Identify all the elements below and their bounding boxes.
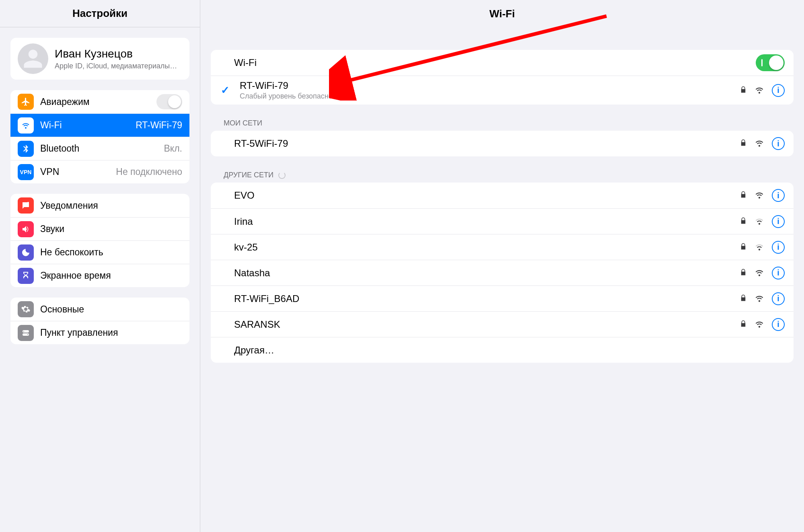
settings-sidebar: Настройки Иван Кузнецов Apple ID, iCloud…: [0, 0, 200, 532]
sounds-icon: [18, 221, 34, 237]
airplane-label: Авиарежим: [40, 97, 150, 107]
sounds-label: Звуки: [40, 224, 182, 234]
notifications-icon: [18, 197, 34, 214]
apple-id-subtitle: Apple ID, iCloud, медиаматериалы…: [55, 62, 177, 70]
wifi-signal-icon: [754, 191, 765, 200]
network-row[interactable]: SARANSKi: [211, 311, 794, 337]
network-name: EVO: [234, 190, 734, 201]
network-row[interactable]: Natashai: [211, 260, 794, 286]
bluetooth-label: Bluetooth: [40, 143, 158, 154]
wifi-signal-icon: [754, 320, 765, 329]
network-row[interactable]: Irinai: [211, 208, 794, 234]
vpn-icon: VPN: [18, 164, 34, 180]
wifi-toggle-row[interactable]: Wi-Fi: [211, 50, 794, 76]
other-networks-card: EVOiIrinaikv-25iNatashaiRT-WiFi_B6ADiSAR…: [211, 183, 794, 363]
info-icon[interactable]: i: [772, 318, 785, 331]
wifi-toggle[interactable]: [756, 54, 785, 71]
network-row[interactable]: RT-5WiFi-79i: [211, 131, 794, 156]
lock-icon: [740, 216, 747, 227]
network-row[interactable]: kv-25i: [211, 234, 794, 260]
control-center-label: Пункт управления: [40, 327, 182, 338]
sidebar-item-sounds[interactable]: Звуки: [10, 217, 189, 240]
wifi-signal-icon: [754, 294, 765, 304]
switches-icon: [18, 325, 34, 341]
airplane-toggle[interactable]: [156, 94, 182, 109]
lock-icon: [740, 242, 747, 253]
vpn-label: VPN: [40, 166, 109, 177]
network-name: SARANSK: [234, 319, 734, 330]
sidebar-group-general: Основные Пункт управления: [10, 298, 189, 344]
network-name: Natasha: [234, 267, 734, 279]
detail-header: Wi-Fi: [200, 0, 804, 27]
connected-network-row[interactable]: ✓ RT-WiFi-79 Слабый уровень безопасности…: [211, 76, 794, 105]
sidebar-group-notifications: Уведомления Звуки Не беспокоить Экранное…: [10, 194, 189, 287]
wifi-signal-icon: [754, 139, 765, 148]
moon-icon: [18, 244, 34, 261]
sidebar-title: Настройки: [72, 7, 127, 20]
info-icon[interactable]: i: [772, 241, 785, 254]
info-icon[interactable]: i: [772, 267, 785, 279]
network-name: RT-WiFi_B6AD: [234, 293, 734, 304]
connected-network-subtitle: Слабый уровень безопасности: [240, 92, 734, 101]
sidebar-item-dnd[interactable]: Не беспокоить: [10, 240, 189, 264]
sidebar-item-vpn[interactable]: VPN VPN Не подключено: [10, 160, 189, 183]
bluetooth-value: Вкл.: [164, 143, 182, 154]
spinner-icon: [278, 172, 286, 179]
sidebar-item-screentime[interactable]: Экранное время: [10, 264, 189, 287]
sidebar-item-notifications[interactable]: Уведомления: [10, 194, 189, 217]
wifi-icon: [18, 117, 34, 134]
sidebar-item-control-center[interactable]: Пункт управления: [10, 321, 189, 344]
notifications-label: Уведомления: [40, 200, 182, 211]
info-icon[interactable]: i: [772, 137, 785, 150]
gear-icon: [18, 301, 34, 317]
info-icon[interactable]: i: [772, 292, 785, 305]
network-name: kv-25: [234, 242, 734, 253]
network-row[interactable]: RT-WiFi_B6ADi: [211, 286, 794, 311]
wifi-toggle-label: Wi-Fi: [234, 57, 750, 68]
apple-id-card[interactable]: Иван Кузнецов Apple ID, iCloud, медиамат…: [10, 38, 189, 80]
info-icon[interactable]: i: [772, 189, 785, 202]
lock-icon: [740, 85, 747, 96]
lock-icon: [740, 138, 747, 149]
wifi-label: Wi-Fi: [40, 120, 129, 131]
wifi-signal-icon: [754, 242, 765, 252]
network-row[interactable]: EVOi: [211, 183, 794, 208]
sidebar-item-wifi[interactable]: Wi-Fi RT-WiFi-79: [10, 113, 189, 137]
wifi-signal-icon: [754, 86, 765, 95]
airplane-icon: [18, 94, 34, 110]
sidebar-item-airplane[interactable]: Авиарежим: [10, 90, 189, 113]
vpn-value: Не подключено: [116, 166, 182, 177]
hourglass-icon: [18, 268, 34, 284]
dnd-label: Не беспокоить: [40, 247, 182, 258]
screentime-label: Экранное время: [40, 270, 182, 281]
detail-title: Wi-Fi: [489, 8, 515, 20]
bluetooth-icon: [18, 141, 34, 157]
my-networks-header: МОИ СЕТИ: [224, 119, 787, 127]
network-name: Irina: [234, 216, 734, 227]
sidebar-item-general[interactable]: Основные: [10, 298, 189, 321]
wifi-main-card: Wi-Fi ✓ RT-WiFi-79 Слабый уровень безопа…: [211, 50, 794, 105]
lock-icon: [740, 319, 747, 330]
avatar-icon: [18, 43, 48, 74]
other-network-label: Другая…: [234, 345, 785, 356]
lock-icon: [740, 294, 747, 304]
connected-network-name: RT-WiFi-79: [240, 80, 734, 91]
lock-icon: [740, 190, 747, 201]
wifi-signal-icon: [754, 217, 765, 226]
network-name: RT-5WiFi-79: [234, 138, 734, 149]
lock-icon: [740, 268, 747, 278]
info-icon[interactable]: i: [772, 215, 785, 228]
other-network-row[interactable]: Другая…: [211, 337, 794, 363]
my-networks-card: RT-5WiFi-79i: [211, 131, 794, 156]
wifi-value: RT-WiFi-79: [136, 120, 182, 131]
other-networks-header: ДРУГИЕ СЕТИ: [224, 171, 787, 179]
wifi-detail-pane: Wi-Fi Wi-Fi ✓ RT-WiFi-79 Слабый уровень …: [200, 0, 804, 532]
apple-id-name: Иван Кузнецов: [55, 47, 177, 60]
info-icon[interactable]: i: [772, 84, 785, 97]
wifi-signal-icon: [754, 268, 765, 278]
sidebar-header: Настройки: [0, 0, 200, 27]
checkmark-icon: ✓: [218, 84, 232, 97]
sidebar-group-connectivity: Авиарежим Wi-Fi RT-WiFi-79 Bluetooth Вкл…: [10, 90, 189, 183]
general-label: Основные: [40, 304, 182, 315]
sidebar-item-bluetooth[interactable]: Bluetooth Вкл.: [10, 137, 189, 160]
